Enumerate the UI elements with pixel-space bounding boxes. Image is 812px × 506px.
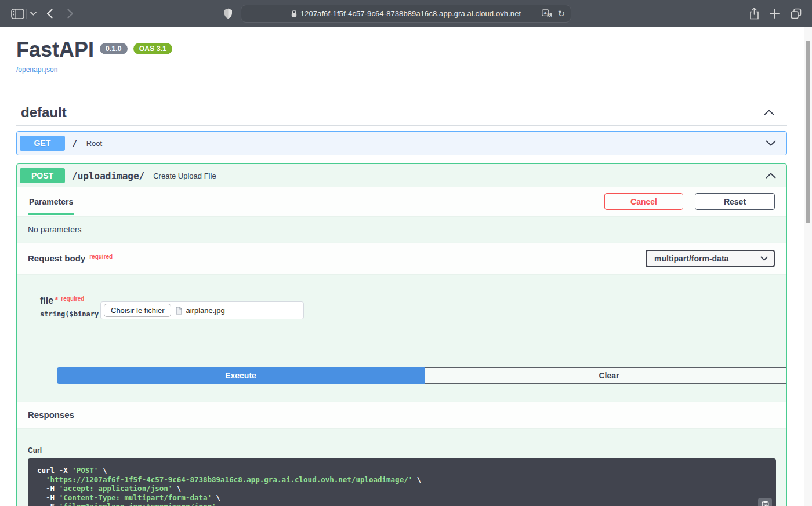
parameters-header: Parameters Cancel Reset: [17, 187, 786, 216]
reload-icon: ↻: [557, 9, 565, 19]
post-summary-row[interactable]: POST /uploadimage/ Create Upload File: [17, 164, 786, 187]
version-badge: 0.1.0: [100, 43, 128, 54]
execute-button[interactable]: Execute: [57, 367, 425, 384]
browser-toolbar: 1207af6f-1f5f-4c57-9c64-8738b89a16c8.app…: [0, 0, 812, 27]
chevron-down-icon: [766, 140, 776, 146]
sidebar-dropdown-button[interactable]: [30, 0, 37, 27]
page-title: FastAPI: [16, 38, 94, 62]
tag-section-default: default GET / Root: [16, 104, 787, 506]
required-label: required: [89, 253, 113, 260]
chevron-down-icon: [30, 12, 37, 16]
chevron-up-icon: [766, 173, 776, 179]
api-header: FastAPI 0.1.0 OAS 3.1 /openapi.json: [16, 27, 787, 74]
responses-header: Responses: [17, 402, 786, 428]
curl-code-line: curl -X 'POST' \: [37, 466, 767, 475]
tabs-icon: [791, 8, 802, 19]
sidebar-toggle-button[interactable]: [11, 0, 24, 27]
chevron-up-icon: [764, 110, 774, 115]
url-text: 1207af6f-1f5f-4c57-9c64-8738b89a16c8.app…: [300, 9, 521, 18]
toolbar-divider: [26, 9, 27, 19]
reload-button[interactable]: ↻: [557, 9, 565, 19]
tag-header-default[interactable]: default: [16, 104, 787, 126]
collapse-post-button[interactable]: [763, 170, 778, 181]
svg-text:A: A: [544, 10, 548, 16]
page-content: FastAPI 0.1.0 OAS 3.1 /openapi.json defa…: [0, 27, 812, 506]
media-type-value: multipart/form-data: [654, 254, 728, 263]
get-summary: Root: [86, 139, 102, 148]
responses-label: Responses: [28, 410, 74, 420]
scrollbar-track: [804, 27, 812, 506]
chevron-right-icon: [67, 9, 74, 19]
get-path: /: [72, 138, 78, 149]
curl-code-line: -F 'file=@airplane.jpg;type=image/jpeg': [37, 502, 767, 506]
translate-icon: A 文: [542, 9, 552, 18]
field-name: file: [40, 296, 53, 305]
translate-button[interactable]: A 文: [542, 9, 552, 18]
share-button[interactable]: [749, 0, 759, 27]
collapse-section-button[interactable]: [762, 107, 777, 118]
endpoint-get-root[interactable]: GET / Root: [16, 131, 787, 155]
cancel-button[interactable]: Cancel: [604, 193, 683, 210]
get-method-badge: GET: [20, 136, 65, 151]
chevron-down-icon: [760, 256, 768, 261]
curl-section: Curl curl -X 'POST' \ 'https://1207af6f-…: [17, 428, 786, 506]
privacy-report-button[interactable]: [224, 0, 233, 27]
file-input[interactable]: Choisir le fichier airplane.jpg: [100, 301, 304, 319]
curl-code: curl -X 'POST' \ 'https://1207af6f-1f5f-…: [28, 458, 776, 506]
tab-parameters[interactable]: Parameters: [28, 188, 74, 215]
share-icon: [749, 8, 759, 20]
url-bar[interactable]: 1207af6f-1f5f-4c57-9c64-8738b89a16c8.app…: [241, 5, 571, 23]
clipboard-copy-icon: [762, 501, 769, 506]
scrollbar-thumb[interactable]: [806, 41, 810, 223]
field-type: string($binary): [40, 310, 100, 318]
clear-button[interactable]: Clear: [425, 367, 787, 384]
endpoint-post-uploadimage: POST /uploadimage/ Create Upload File Pa…: [16, 163, 787, 506]
tab-overview-button[interactable]: [791, 0, 802, 27]
post-summary: Create Upload File: [153, 172, 216, 180]
copy-to-clipboard-button[interactable]: [758, 498, 772, 506]
oas-badge: OAS 3.1: [133, 43, 172, 54]
post-method-badge: POST: [20, 168, 65, 183]
request-body-header: Request bodyrequired multipart/form-data: [17, 243, 786, 274]
chevron-left-icon: [46, 9, 53, 19]
forward-button[interactable]: [67, 0, 74, 27]
required-label: required: [61, 296, 84, 302]
plus-icon: [770, 9, 780, 19]
choose-file-button[interactable]: Choisir le fichier: [104, 304, 171, 317]
file-icon: [176, 307, 182, 315]
curl-label: Curl: [28, 446, 775, 454]
curl-code-line: 'https://1207af6f-1f5f-4c57-9c64-8738b89…: [37, 475, 767, 485]
curl-code-line: -H 'Content-Type: multipart/form-data' \: [37, 493, 767, 503]
media-type-select[interactable]: multipart/form-data: [646, 250, 775, 267]
selected-filename: airplane.jpg: [186, 306, 224, 315]
openapi-spec-link[interactable]: /openapi.json: [16, 65, 57, 74]
sidebar-icon: [11, 9, 24, 19]
tag-title: default: [21, 104, 67, 121]
post-path: /uploadimage/: [72, 170, 144, 181]
new-tab-button[interactable]: [770, 0, 780, 27]
required-asterisk: *: [55, 296, 58, 305]
expand-get-button[interactable]: [763, 138, 778, 148]
request-body-form: file*required string($binary) Choisir le…: [17, 274, 786, 402]
svg-text:文: 文: [548, 13, 552, 17]
request-body-label: Request body: [28, 253, 85, 263]
curl-code-line: -H 'accept: application/json' \: [37, 484, 767, 493]
reset-button[interactable]: Reset: [695, 193, 775, 210]
shield-icon: [224, 8, 233, 19]
lock-icon: [291, 10, 297, 17]
back-button[interactable]: [46, 0, 53, 27]
no-parameters-text: No parameters: [17, 216, 786, 243]
